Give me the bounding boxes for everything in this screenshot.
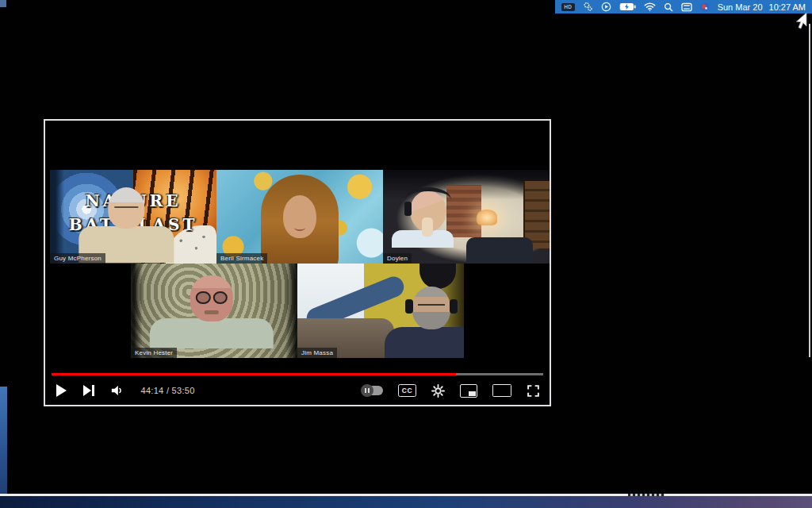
menu-bar-date: Sun Mar 20 bbox=[718, 2, 763, 12]
app-globe-icon[interactable] bbox=[700, 2, 710, 12]
play-circle-icon[interactable] bbox=[601, 2, 611, 12]
participant-name-label: Jim Massa bbox=[297, 348, 337, 358]
person-face bbox=[283, 195, 316, 238]
participant-tile-guy-mcpherson: NATURE BATS LAST Guy McPherson bbox=[50, 170, 216, 264]
theater-mode-button[interactable] bbox=[492, 384, 511, 397]
mouse-cursor bbox=[795, 12, 807, 34]
video-player-window: NATURE BATS LAST Guy McPherson Beril Sir… bbox=[44, 119, 551, 406]
progress-played bbox=[52, 373, 456, 375]
desktop-corner-fragment bbox=[0, 0, 6, 7]
next-icon-bar bbox=[92, 385, 94, 396]
desktop-bottom-gradient-band bbox=[0, 496, 812, 508]
video-area[interactable]: NATURE BATS LAST Guy McPherson Beril Sir… bbox=[45, 121, 550, 405]
wifi-icon[interactable] bbox=[644, 2, 656, 12]
autoplay-pause-icon bbox=[361, 384, 373, 397]
person-head bbox=[412, 287, 450, 329]
autoplay-toggle[interactable] bbox=[362, 386, 383, 395]
next-icon bbox=[83, 385, 91, 396]
display-icon[interactable] bbox=[681, 2, 692, 12]
miniplayer-button[interactable] bbox=[460, 384, 477, 398]
spotlight-search-icon[interactable] bbox=[664, 2, 673, 12]
glasses bbox=[196, 291, 228, 302]
person-head bbox=[108, 187, 144, 229]
gears-icon[interactable] bbox=[583, 2, 593, 12]
progress-bar[interactable] bbox=[52, 373, 543, 375]
glasses bbox=[418, 304, 445, 306]
couch bbox=[466, 237, 533, 264]
lamp bbox=[477, 210, 497, 225]
time-display: 44:14 / 53:50 bbox=[141, 386, 195, 395]
battery-charging-icon[interactable] bbox=[619, 2, 636, 12]
person-guy-mcpherson bbox=[77, 187, 175, 264]
participant-tile-doylen: Doylen bbox=[383, 170, 550, 264]
participant-tile-jim-massa: Jim Massa bbox=[297, 264, 464, 358]
person-beril-sirmacek bbox=[261, 175, 339, 264]
participant-name-label: Kevin Hester bbox=[131, 348, 177, 358]
menu-bar: HD bbox=[555, 0, 812, 13]
menu-bar-clock[interactable]: Sun Mar 20 10:27 AM bbox=[718, 2, 806, 12]
participant-name-label: Guy McPherson bbox=[50, 253, 105, 264]
participant-tile-beril-sirmacek: Beril Sirmacek bbox=[216, 170, 383, 264]
participant-name-label: Beril Sirmacek bbox=[216, 253, 267, 264]
hd-badge-icon[interactable]: HD bbox=[561, 3, 575, 11]
fullscreen-button[interactable] bbox=[527, 384, 540, 398]
captions-button[interactable]: CC bbox=[398, 384, 416, 397]
person-torso bbox=[385, 327, 464, 358]
person-head bbox=[190, 275, 233, 321]
next-button[interactable] bbox=[83, 385, 94, 396]
menu-bar-time: 10:27 AM bbox=[769, 2, 806, 12]
settings-gear-button[interactable] bbox=[431, 384, 445, 398]
participant-tile-kevin-hester: Kevin Hester bbox=[131, 264, 297, 358]
person-kevin-hester bbox=[148, 275, 275, 358]
volume-button[interactable] bbox=[111, 385, 124, 396]
participant-name-label: Doylen bbox=[383, 253, 412, 264]
play-button[interactable] bbox=[56, 384, 67, 397]
desktop-right-edge-line bbox=[809, 24, 810, 357]
desktop-left-edge-strip bbox=[0, 387, 7, 495]
person-torso bbox=[150, 318, 274, 348]
person-jim-massa bbox=[384, 287, 464, 358]
person-hand bbox=[422, 217, 433, 237]
player-controls: 44:14 / 53:50 CC bbox=[45, 373, 550, 405]
